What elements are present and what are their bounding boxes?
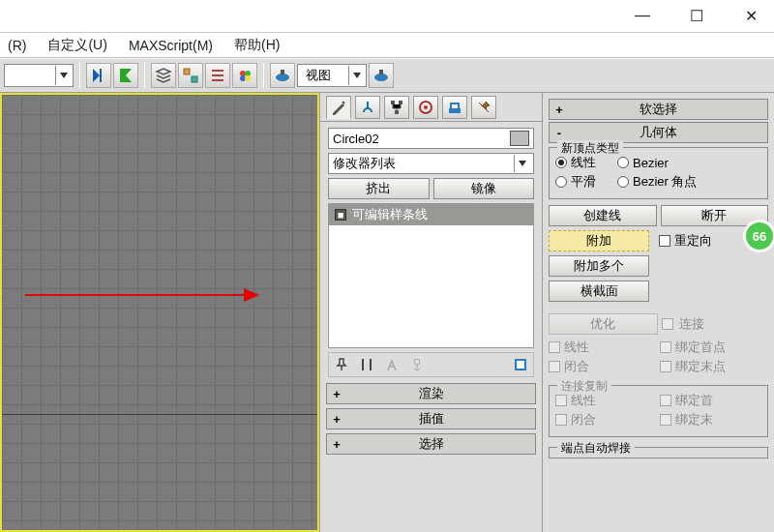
close2-checkbox[interactable] — [555, 414, 567, 426]
annotation-red-arrow — [25, 294, 246, 296]
chevron-down-icon — [348, 66, 364, 85]
viewport-horizontal-axis — [2, 414, 317, 415]
mirror-button[interactable]: 镜像 — [433, 178, 535, 199]
rollout-selection[interactable]: +选择 — [326, 433, 536, 455]
motion-tab[interactable] — [384, 96, 409, 119]
svg-rect-18 — [517, 361, 524, 369]
radio-bezier-label: Bezier — [633, 156, 669, 170]
toolbar-schematic-button[interactable] — [178, 63, 203, 88]
svg-point-8 — [374, 74, 388, 81]
chevron-down-icon — [514, 155, 529, 172]
command-panel: 修改器列表 挤出 镜像 ■ 可编辑样条线 +渲染 +插值 +选择 — [319, 93, 542, 532]
viewport-grid — [2, 95, 317, 530]
show-end-result-icon[interactable] — [358, 356, 375, 373]
close2-label: 闭合 — [571, 411, 596, 429]
main-toolbar: 视图 — [0, 58, 774, 93]
toolbar-bookmark-button[interactable] — [113, 63, 138, 88]
reorient-label: 重定向 — [674, 232, 712, 250]
annotation-badge: 66 — [743, 220, 774, 252]
radio-smooth-label: 平滑 — [571, 173, 596, 191]
modifier-list-dropdown[interactable]: 修改器列表 — [328, 153, 534, 174]
svg-rect-9 — [379, 70, 383, 74]
toolbar-list-button[interactable] — [205, 63, 230, 88]
cross-section-button[interactable]: 横截面 — [549, 281, 649, 302]
bind-first2-checkbox[interactable] — [660, 395, 671, 406]
expand-icon[interactable]: ■ — [335, 209, 346, 221]
linear-checkbox[interactable] — [549, 341, 560, 353]
display-tab[interactable] — [413, 96, 438, 119]
window-titlebar: — ☐ ✕ — [0, 0, 774, 33]
toolbar-material-button[interactable] — [232, 63, 257, 88]
toolbar-layers-button[interactable] — [151, 63, 176, 88]
toolbar-keyframe-prev-button[interactable] — [86, 63, 111, 88]
object-name-input[interactable] — [333, 132, 478, 146]
auto-weld-group: 端点自动焊接 — [549, 447, 768, 458]
svg-point-5 — [245, 75, 251, 81]
window-maximize-button[interactable]: ☐ — [683, 4, 710, 27]
menubar: (R) 自定义(U) MAXScript(M) 帮助(H) — [0, 33, 774, 58]
bind-first-checkbox[interactable] — [660, 341, 671, 353]
connect-copy-title: 连接复制 — [557, 378, 611, 395]
make-unique-icon[interactable] — [383, 356, 401, 373]
svg-rect-7 — [281, 70, 284, 74]
connect-copy-group: 连接复制 线性 绑定首 闭合 绑定末 — [549, 385, 768, 437]
menu-render[interactable]: (R) — [4, 36, 30, 55]
linear3-checkbox[interactable] — [555, 395, 567, 406]
close-checkbox[interactable] — [549, 361, 560, 372]
rollout-render[interactable]: +渲染 — [326, 383, 536, 404]
hierarchy-tab[interactable] — [355, 96, 380, 119]
connect-checkbox[interactable] — [662, 318, 673, 330]
menu-help[interactable]: 帮助(H) — [230, 35, 283, 56]
chevron-down-icon — [55, 66, 71, 85]
svg-rect-15 — [449, 108, 461, 113]
menu-maxscript[interactable]: MAXScript(M) — [125, 36, 217, 55]
stack-toolbar — [328, 352, 534, 377]
svg-rect-1 — [192, 76, 197, 82]
svg-point-16 — [414, 359, 420, 365]
stack-item-editable-spline[interactable]: ■ 可编辑样条线 — [329, 204, 533, 225]
modifier-list-label: 修改器列表 — [333, 155, 396, 172]
bind-last-checkbox[interactable] — [660, 361, 671, 372]
linear-label: 线性 — [564, 339, 589, 356]
vertex-type-title: 新顶点类型 — [557, 140, 623, 157]
geometry-panel: 66 +软选择 -几何体 新顶点类型 线性 Bezier 平滑 Bezier 角… — [542, 93, 774, 532]
svg-rect-10 — [391, 101, 395, 104]
bind-last-label: 绑定末点 — [675, 358, 726, 375]
bind-first-label: 绑定首点 — [675, 339, 726, 356]
rollout-soft-selection[interactable]: +软选择 — [549, 99, 768, 120]
optimize-button[interactable]: 优化 — [549, 313, 658, 335]
remove-modifier-icon[interactable] — [408, 356, 426, 373]
toolbar-quick-render-button[interactable] — [369, 63, 394, 88]
utilities-tab[interactable] — [442, 96, 467, 119]
radio-bezier[interactable] — [617, 157, 629, 168]
view-dropdown[interactable]: 视图 — [297, 64, 367, 87]
menu-customize[interactable]: 自定义(U) — [44, 35, 110, 56]
radio-bezier-corner[interactable] — [617, 176, 629, 188]
modify-tab[interactable] — [326, 96, 351, 119]
command-panel-tabs — [320, 93, 542, 122]
attach-button[interactable]: 附加 — [549, 230, 649, 251]
bind-first2-label: 绑定首 — [675, 392, 713, 409]
object-color-swatch[interactable] — [510, 131, 529, 146]
toolbar-render-setup-button[interactable] — [270, 63, 295, 88]
attach-multiple-button[interactable]: 附加多个 — [549, 255, 649, 277]
viewport[interactable] — [0, 93, 319, 532]
bind-last2-checkbox[interactable] — [660, 414, 671, 426]
svg-rect-11 — [399, 101, 402, 104]
auto-weld-title: 端点自动焊接 — [557, 440, 635, 457]
radio-smooth[interactable] — [555, 176, 567, 188]
radio-linear[interactable] — [555, 157, 567, 168]
close-label: 闭合 — [564, 358, 589, 375]
configure-sets-icon[interactable] — [512, 356, 529, 373]
tools-tab[interactable] — [471, 96, 496, 119]
create-line-button[interactable]: 创建线 — [549, 205, 657, 226]
extrude-button[interactable]: 挤出 — [328, 178, 430, 199]
reorient-checkbox[interactable] — [659, 235, 670, 247]
object-name-field[interactable] — [328, 128, 534, 149]
window-minimize-button[interactable]: — — [629, 4, 656, 27]
layer-dropdown[interactable] — [4, 64, 74, 87]
window-close-button[interactable]: ✕ — [737, 4, 764, 27]
rollout-interpolation[interactable]: +插值 — [326, 408, 536, 429]
modifier-stack[interactable]: ■ 可编辑样条线 — [328, 203, 534, 348]
pin-stack-icon[interactable] — [333, 356, 350, 373]
